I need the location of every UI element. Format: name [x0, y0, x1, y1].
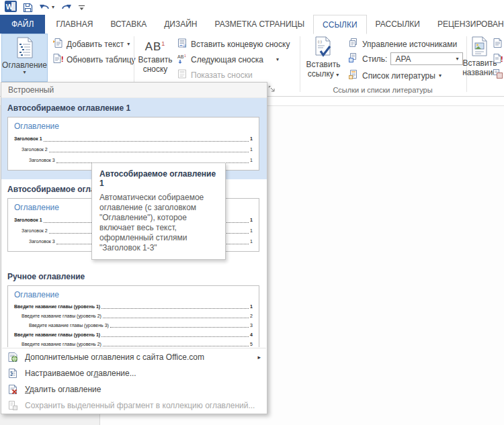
gallery-item-manual-toc[interactable]: Ручное оглавление Оглавление Введите наз…: [1, 261, 267, 347]
update-table-icon: !: [52, 53, 63, 66]
footnotes-dialog-launcher[interactable]: [268, 85, 276, 95]
toc-preview: Оглавление Введите название главы (урове…: [7, 285, 259, 347]
toc-preview-line: Введите название главы (уровень 2)2: [14, 312, 253, 321]
update-figures-table-button[interactable]: !: [493, 52, 503, 66]
toc-preview-line: Введите название главы (уровень 1)4: [14, 330, 253, 340]
update-table-button[interactable]: ! Обновить таблицу: [52, 52, 136, 66]
insert-footnote-button[interactable]: АВ1 Вставитьсноску: [136, 34, 174, 82]
tab-review[interactable]: РЕЦЕНЗИРОВАНИЕ: [429, 15, 504, 34]
toc-dropdown-arrow-icon: ▾: [23, 70, 26, 75]
menu-item-label: Удалить оглавление: [25, 385, 261, 394]
toc-preview-heading: Оглавление: [14, 122, 253, 131]
insert-endnote-icon: [i]: [177, 38, 187, 50]
tab-mailings[interactable]: РАССЫЛКИ: [367, 15, 429, 34]
show-notes-icon: [177, 68, 187, 81]
menu-item-label: Дополнительные оглавления с сайта Office…: [25, 352, 251, 362]
gallery-section-header: Встроенный: [1, 83, 267, 98]
insert-citation-icon: (-): [313, 36, 333, 60]
gallery-item-tooltip: Автособираемое оглавление 1 Автоматическ…: [91, 162, 226, 260]
manage-sources-icon: [348, 38, 359, 50]
add-text-label: Добавить текст: [67, 40, 124, 49]
add-text-icon: [52, 38, 63, 50]
tab-home[interactable]: ГЛАВНАЯ: [47, 15, 101, 34]
svg-text:АВ: АВ: [177, 54, 184, 59]
submenu-arrow-icon: ▸: [257, 354, 261, 361]
ribbon-tab-bar: ФАЙЛ ГЛАВНАЯ ВСТАВКА ДИЗАЙН РАЗМЕТКА СТР…: [0, 15, 504, 34]
toc-button-label: Оглавление: [2, 60, 47, 70]
show-notes-button: Показать сноски: [177, 68, 253, 82]
manage-sources-label: Управление источниками: [362, 40, 457, 49]
svg-text:(-): (-): [318, 40, 322, 44]
toc-big-icon: [15, 37, 35, 60]
add-text-arrow-icon: ▾: [127, 42, 130, 47]
custom-toc-icon: [7, 368, 18, 379]
add-text-button[interactable]: Добавить текст ▾: [52, 37, 130, 51]
menu-item-custom-toc[interactable]: Настраиваемое оглавление...: [1, 365, 267, 381]
insert-footnote-label: Вставитьсноску: [138, 55, 173, 74]
group-separator: [300, 36, 300, 92]
svg-text:W: W: [6, 3, 13, 11]
svg-text:1: 1: [184, 54, 186, 58]
menu-separator: [2, 348, 266, 348]
tab-file[interactable]: ФАЙЛ: [0, 15, 45, 34]
style-icon: [348, 52, 359, 65]
update-table-label: Обновить таблицу: [67, 55, 136, 64]
save-selection-icon: [7, 400, 18, 411]
cross-reference-icon: [493, 68, 503, 81]
insert-endnote-label: Вставить концевую сноску: [191, 40, 290, 49]
menu-item-save-selection-to-gallery: Сохранить выделенный фрагмент в коллекци…: [1, 397, 267, 414]
toc-preview-line: Заголовок 21: [14, 144, 253, 155]
undo-button[interactable]: ▾: [39, 3, 54, 12]
remove-toc-icon: [7, 384, 18, 395]
insert-table-of-figures-button[interactable]: [493, 37, 503, 51]
next-footnote-arrow-icon: ▾: [276, 57, 279, 62]
insert-endnote-button[interactable]: [i] Вставить концевую сноску: [177, 37, 290, 51]
style-label: Стиль:: [362, 54, 387, 64]
redo-button[interactable]: [60, 3, 72, 12]
citations-group-label: Ссылки и списки литературы: [300, 86, 465, 94]
save-button[interactable]: [23, 3, 33, 13]
insert-caption-icon: [470, 36, 489, 58]
toc-preview-line: Введите название главы (уровень 1)1: [14, 302, 253, 312]
toc-preview-heading: Оглавление: [14, 290, 253, 299]
tab-insert[interactable]: ВСТАВКА: [101, 15, 155, 34]
bibliography-icon: [348, 69, 359, 82]
toc-preview-line: Введите название главы (уровень 3)3: [14, 321, 253, 330]
svg-text:[i]: [i]: [183, 44, 187, 48]
tab-page-layout[interactable]: РАЗМЕТКА СТРАНИЦЫ: [206, 15, 314, 34]
tab-references[interactable]: ССЫЛКИ: [313, 15, 366, 34]
tooltip-title: Автособираемое оглавление 1: [99, 169, 218, 188]
insert-citation-button[interactable]: (-) Вставитьссылку ▾: [302, 34, 344, 82]
insert-citation-arrow-icon: ▾: [336, 72, 339, 78]
menu-item-remove-toc[interactable]: Удалить оглавление: [1, 381, 267, 397]
next-footnote-label: Следующая сноска: [191, 55, 263, 64]
gallery-item-title: Автособираемое оглавление 1: [7, 101, 259, 117]
customize-qat-button[interactable]: [78, 4, 85, 11]
office-com-toc-icon: [7, 352, 18, 363]
footnote-ab-icon: АВ1: [145, 39, 166, 52]
menu-item-label: Сохранить выделенный фрагмент в коллекци…: [25, 401, 261, 410]
combo-arrow-icon[interactable]: ▾: [456, 56, 458, 62]
toc-preview-line: Введите название главы (уровень 2)5: [14, 340, 253, 347]
insert-caption-button[interactable]: Вставитьназвание: [469, 34, 491, 82]
undo-dropdown-arrow-icon[interactable]: ▾: [52, 5, 54, 10]
table-of-contents-button[interactable]: Оглавление ▾: [1, 34, 48, 82]
manage-sources-button[interactable]: Управление источниками: [348, 37, 457, 51]
word-window: W ▾ ФАЙЛ ГЛАВНАЯ ВСТАВКА ДИЗАЙН РАЗМЕТКА…: [0, 0, 504, 425]
next-footnote-icon: АВ1: [177, 53, 187, 66]
update-figures-table-icon: !: [493, 53, 503, 66]
tab-design[interactable]: ДИЗАЙН: [155, 15, 206, 34]
svg-text:!: !: [501, 55, 503, 63]
next-footnote-button[interactable]: АВ1 Следующая сноска ▾: [177, 52, 279, 66]
style-row: Стиль: APA ▾: [348, 52, 463, 66]
menu-item-more-toc-office-com[interactable]: Дополнительные оглавления с сайта Office…: [1, 349, 267, 365]
gallery-item-title: Ручное оглавление: [7, 264, 259, 285]
tooltip-body: Автоматически собираемое оглавление (с з…: [99, 193, 218, 253]
citation-style-combobox[interactable]: APA ▾: [390, 52, 463, 65]
bibliography-button[interactable]: Список литературы ▾: [348, 68, 442, 83]
cross-reference-button[interactable]: [493, 68, 503, 82]
bibliography-arrow-icon: ▾: [439, 73, 442, 79]
table-of-figures-icon: [493, 38, 503, 50]
citation-style-value: APA: [395, 54, 411, 64]
svg-text:!: !: [61, 55, 63, 63]
